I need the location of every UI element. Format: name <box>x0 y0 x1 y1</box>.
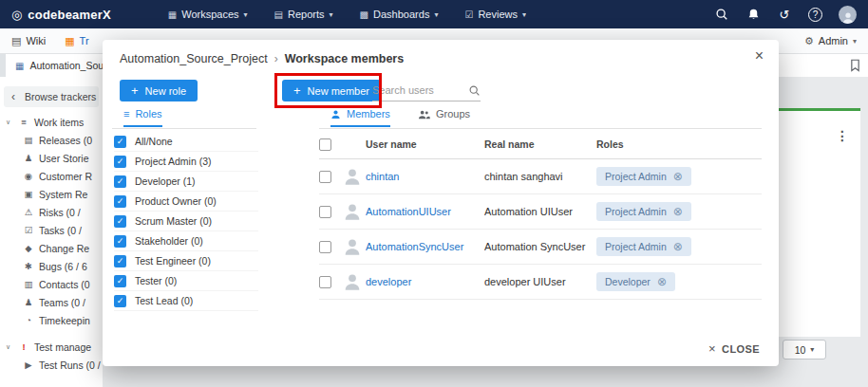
sidebar-item-customer-requirements[interactable]: ◉ Customer R <box>0 167 103 185</box>
sidebar-item-test-management[interactable]: ∨ ! Test manage <box>0 338 103 356</box>
help-icon[interactable]: ? <box>808 8 822 22</box>
role-chip[interactable]: Developer ⊗ <box>596 272 675 291</box>
sidebar-item-work-items[interactable]: ∨ ≡ Work items <box>0 113 103 131</box>
notifications-bell-icon[interactable] <box>745 7 761 22</box>
sidebar-item-timekeeping[interactable]: ◔ Timekeepin <box>0 311 103 329</box>
members-tab-label: Members <box>347 108 390 120</box>
checkbox-checked[interactable]: ✓ <box>114 136 126 148</box>
change-requests-icon: ◆ <box>23 243 34 253</box>
sidebar-item-change-requests[interactable]: ◆ Change Re <box>0 239 103 257</box>
brand[interactable]: ◎ codebeamerX <box>11 8 111 22</box>
tab-members[interactable]: Members <box>330 108 390 127</box>
role-filter-test-lead[interactable]: ✓ Test Lead (0) <box>114 291 258 311</box>
toolbar-item-wiki[interactable]: ▤ Wiki <box>11 35 46 47</box>
chip-remove-icon[interactable]: ⊗ <box>673 206 683 217</box>
sidebar-item-test-runs[interactable]: ▶ Test Runs (0 / 0) <box>0 356 103 374</box>
realname-cell: Automation SyncUser <box>484 241 596 252</box>
chip-remove-icon[interactable]: ⊗ <box>673 241 683 252</box>
breadcrumb-project[interactable]: Automation_Source_Project <box>120 52 268 65</box>
dialog-close-button[interactable]: × CLOSE <box>708 341 760 356</box>
checkbox-checked[interactable]: ✓ <box>114 255 126 267</box>
checkbox-checked[interactable]: ✓ <box>114 275 126 287</box>
user-avatar[interactable] <box>839 6 857 24</box>
row-checkbox[interactable] <box>319 206 331 218</box>
role-chip-label: Developer <box>605 276 651 287</box>
new-member-button[interactable]: + New member <box>282 80 381 101</box>
admin-menu[interactable]: ⚙ Admin ▾ <box>804 35 857 47</box>
row-checkbox[interactable] <box>319 276 331 288</box>
checkbox-checked[interactable]: ✓ <box>114 195 126 208</box>
contacts-icon: ▥ <box>23 279 34 289</box>
row-checkbox[interactable] <box>319 171 331 183</box>
column-header-roles[interactable]: Roles <box>596 138 762 150</box>
bookmark-icon[interactable] <box>850 59 860 72</box>
search-icon[interactable] <box>714 7 729 22</box>
chip-remove-icon[interactable]: ⊗ <box>657 276 667 287</box>
username-link[interactable]: chintan <box>366 171 399 182</box>
sidebar-item-label: User Storie <box>39 153 89 164</box>
history-icon[interactable]: ↺ <box>777 7 792 22</box>
chevron-down-icon: ▾ <box>810 345 814 354</box>
table-row: AutomationUIUser Automation UIUser Proje… <box>319 194 762 230</box>
sidebar-item-label: Timekeepin <box>39 315 90 326</box>
sidebar-item-label: Test manage <box>34 341 91 353</box>
search-icon[interactable] <box>468 84 481 97</box>
role-filter-scrum-master[interactable]: ✓ Scrum Master (0) <box>114 212 258 231</box>
checkbox-checked[interactable]: ✓ <box>114 156 126 168</box>
column-header-realname[interactable]: Real name <box>484 138 596 150</box>
realname-cell: chintan sanghavi <box>484 171 596 182</box>
sidebar-item-system-requirements[interactable]: ▣ System Re <box>0 185 103 203</box>
nav-menu-workspaces[interactable]: ▦ Workspaces ▾ <box>168 9 248 20</box>
nav-menu-reviews[interactable]: ☑ Reviews ▾ <box>464 9 526 20</box>
sidebar-item-contacts[interactable]: ▥ Contacts (0 <box>0 275 103 293</box>
select-all-checkbox[interactable] <box>319 138 331 151</box>
chevron-down-icon: ▾ <box>522 10 526 19</box>
sidebar-item-user-stories[interactable]: ♟ User Storie <box>0 149 103 167</box>
background-panel: ⋮ <box>779 111 860 337</box>
toolbar-item-trackers[interactable]: ▦ Tr <box>65 35 88 47</box>
role-filter-product-owner[interactable]: ✓ Product Owner (0) <box>114 192 258 212</box>
sidebar-item-bugs[interactable]: ✱ Bugs (6 / 6 <box>0 257 103 275</box>
sidebar-item-label: System Re <box>39 189 87 200</box>
role-chip-label: Project Admin <box>605 241 667 252</box>
plus-icon: + <box>293 84 301 97</box>
username-link[interactable]: AutomationUIUser <box>366 206 451 217</box>
checkbox-checked[interactable]: ✓ <box>114 215 126 228</box>
username-link[interactable]: developer <box>366 276 411 287</box>
dialog-close-icon[interactable]: × <box>755 48 764 64</box>
nav-menu-dashboards[interactable]: ▩ Dashboards ▾ <box>360 9 439 20</box>
sidebar-item-tasks[interactable]: ☑ Tasks (0 / <box>0 221 103 239</box>
chip-remove-icon[interactable]: ⊗ <box>673 171 683 182</box>
role-filter-tester[interactable]: ✓ Tester (0) <box>114 271 258 291</box>
new-role-button[interactable]: + New role <box>120 80 198 101</box>
row-checkbox[interactable] <box>319 241 331 253</box>
role-filter-test-engineer[interactable]: ✓ Test Engineer (0) <box>114 251 258 271</box>
nav-menu-reports[interactable]: ▤ Reports ▾ <box>274 9 333 20</box>
search-users-input[interactable] <box>372 84 464 96</box>
role-filter-all-none[interactable]: ✓ All/None <box>114 132 258 152</box>
role-chip[interactable]: Project Admin ⊗ <box>596 202 691 221</box>
checkbox-checked[interactable]: ✓ <box>114 175 126 188</box>
checkbox-checked[interactable]: ✓ <box>114 295 126 307</box>
checkbox-checked[interactable]: ✓ <box>114 235 126 248</box>
kebab-menu-icon[interactable]: ⋮ <box>836 128 849 143</box>
role-filter-project-admin[interactable]: ✓ Project Admin (3) <box>114 152 258 172</box>
column-header-username[interactable]: User name <box>366 138 484 150</box>
admin-menu-label: Admin <box>819 35 848 46</box>
role-chip[interactable]: Project Admin ⊗ <box>596 237 691 256</box>
sidebar-item-risks[interactable]: ⚠ Risks (0 / <box>0 203 103 221</box>
brand-logo-icon: ◎ <box>11 9 22 21</box>
sidebar-item-teams[interactable]: ♟ Teams (0 / <box>0 293 103 311</box>
role-filter-developer[interactable]: ✓ Developer (1) <box>114 172 258 192</box>
sidebar-item-label: Work items <box>34 117 84 128</box>
tab-groups[interactable]: Groups <box>418 108 470 120</box>
page-size-select[interactable]: 10 ▾ <box>783 340 826 359</box>
role-filter-stakeholder[interactable]: ✓ Stakeholder (0) <box>114 231 258 251</box>
bugs-icon: ✱ <box>23 261 34 271</box>
test-runs-icon: ▶ <box>23 359 34 370</box>
sidebar-item-releases[interactable]: ▤ Releases (0 <box>0 131 103 149</box>
tab-roles[interactable]: ≡ Roles <box>123 108 162 127</box>
role-chip[interactable]: Project Admin ⊗ <box>596 167 691 186</box>
browse-trackers-button[interactable]: ‹ Browse trackers <box>4 86 99 107</box>
username-link[interactable]: AutomationSyncUser <box>366 241 463 252</box>
